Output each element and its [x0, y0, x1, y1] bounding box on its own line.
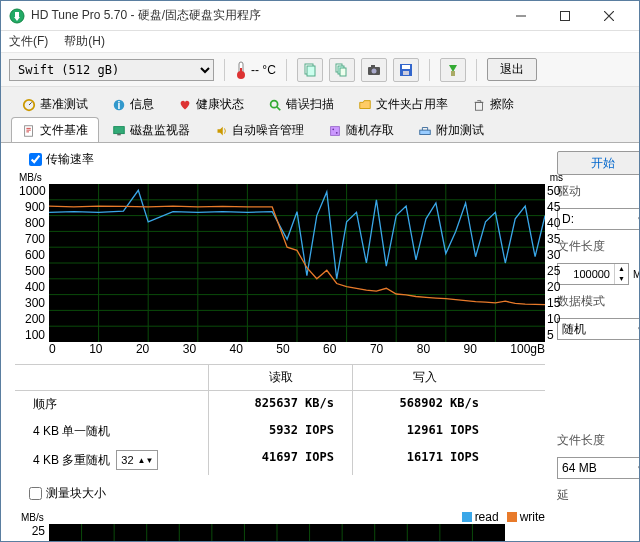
result-row: 顺序825637 KB/s568902 KB/s: [15, 391, 545, 418]
start-button[interactable]: 开始: [557, 151, 639, 175]
chart-y-left-unit: MB/s: [19, 172, 42, 183]
results-table: 读取 写入 顺序825637 KB/s568902 KB/s4 KB 单一随机5…: [15, 364, 545, 475]
extra-icon: [418, 124, 432, 138]
screenshot-button[interactable]: [361, 58, 387, 82]
spin-up-icon[interactable]: ▲: [615, 264, 628, 274]
random-icon: [328, 124, 342, 138]
datamode-label: 数据模式: [557, 293, 639, 310]
drive-combo[interactable]: D:▾: [557, 208, 639, 230]
mini-y-unit: MB/s: [21, 512, 44, 523]
tab-random[interactable]: 随机存取: [317, 117, 405, 143]
chart-y-left-ticks: 1000900800700600500400300200100: [19, 184, 45, 342]
tab-errorscan[interactable]: 错误扫描: [257, 91, 345, 117]
options-button[interactable]: [440, 58, 466, 82]
chart-y-right-ticks: 5045403530252015105: [547, 184, 565, 342]
svg-rect-29: [420, 130, 431, 134]
datamode-combo[interactable]: 随机▾: [557, 318, 639, 340]
minimize-button[interactable]: [499, 2, 543, 30]
svg-rect-1: [15, 12, 19, 17]
tab-health[interactable]: 健康状态: [167, 91, 255, 117]
chart-y-right-unit: ms: [550, 172, 563, 183]
svg-rect-2: [561, 11, 570, 20]
chart-x-ticks: 0102030405060708090100gB: [49, 342, 545, 356]
mini-legend: read write: [462, 510, 545, 524]
chevron-down-icon: ▾: [638, 214, 639, 224]
temperature-display: -- °C: [235, 60, 276, 80]
blocksize-chart: [49, 524, 505, 541]
svg-rect-5: [240, 68, 242, 75]
filelen2-combo[interactable]: 64 MB▾: [557, 457, 639, 479]
drive-label: 驱动: [557, 183, 639, 200]
toolbar: Swift (512 gB) -- °C 退出: [1, 53, 639, 87]
errorscan-icon: [268, 98, 282, 112]
filebench-icon: [22, 124, 36, 138]
svg-point-28: [336, 131, 338, 133]
maximize-button[interactable]: [543, 2, 587, 30]
mini-y-ticks: 252015: [27, 524, 45, 541]
titlebar: HD Tune Pro 5.70 - 硬盘/固态硬盘实用程序: [1, 1, 639, 31]
queue-depth-spinner[interactable]: 32 ▲▼: [116, 450, 158, 470]
tab-filebench[interactable]: 文件基准: [11, 117, 99, 143]
filelen-unit: MB: [633, 269, 639, 280]
svg-rect-24: [114, 126, 125, 133]
svg-rect-17: [451, 71, 455, 76]
transfer-rate-checkbox[interactable]: [29, 153, 42, 166]
svg-rect-16: [403, 71, 409, 75]
menu-help[interactable]: 帮助(H): [64, 33, 105, 50]
transfer-chart: [49, 184, 545, 342]
copy-all-button[interactable]: [329, 58, 355, 82]
exit-button[interactable]: 退出: [487, 58, 537, 81]
svg-rect-22: [476, 102, 483, 110]
menu-file[interactable]: 文件(F): [9, 33, 48, 50]
filelen2-label: 文件长度: [557, 432, 639, 449]
svg-rect-7: [307, 66, 315, 76]
col-write: 写入: [353, 365, 497, 390]
svg-point-12: [371, 68, 376, 73]
blocksize-checkbox[interactable]: [29, 487, 42, 500]
tab-info[interactable]: i信息: [101, 91, 165, 117]
filelen-label: 文件长度: [557, 238, 639, 255]
chevron-down-icon: ▾: [638, 324, 639, 334]
monitor-icon: [112, 124, 126, 138]
copy-button[interactable]: [297, 58, 323, 82]
svg-rect-23: [25, 125, 33, 136]
tab-folder[interactable]: 文件夹占用率: [347, 91, 459, 117]
health-icon: [178, 98, 192, 112]
tab-monitor[interactable]: 磁盘监视器: [101, 117, 201, 143]
aam-icon: [214, 124, 228, 138]
folder-icon: [358, 98, 372, 112]
blocksize-label: 测量块大小: [46, 485, 106, 502]
svg-rect-10: [340, 68, 346, 76]
result-row: 4 KB 多重随机32 ▲▼41697 IOPS16171 IOPS: [15, 445, 545, 475]
window-title: HD Tune Pro 5.70 - 硬盘/固态硬盘实用程序: [31, 7, 499, 24]
tab-benchmark[interactable]: 基准测试: [11, 91, 99, 117]
tab-strip: 基准测试i信息健康状态错误扫描文件夹占用率擦除 文件基准磁盘监视器自动噪音管理随…: [1, 87, 639, 143]
erase-icon: [472, 98, 486, 112]
spin-down-icon[interactable]: ▼: [615, 274, 628, 284]
svg-rect-13: [371, 65, 375, 68]
chevron-down-icon: ▾: [638, 463, 639, 473]
thermometer-icon: [235, 60, 247, 80]
svg-rect-15: [402, 65, 410, 69]
tab-erase[interactable]: 擦除: [461, 91, 525, 117]
result-row: 4 KB 单一随机5932 IOPS12961 IOPS: [15, 418, 545, 445]
svg-point-27: [332, 128, 334, 130]
svg-rect-25: [117, 133, 121, 135]
svg-point-21: [271, 100, 278, 107]
tab-aam[interactable]: 自动噪音管理: [203, 117, 315, 143]
menubar: 文件(F) 帮助(H): [1, 31, 639, 53]
col-read: 读取: [209, 365, 353, 390]
transfer-rate-label: 传输速率: [46, 151, 94, 168]
save-button[interactable]: [393, 58, 419, 82]
svg-rect-26: [331, 126, 340, 135]
close-button[interactable]: [587, 2, 631, 30]
info-icon: i: [112, 98, 126, 112]
app-icon: [9, 8, 25, 24]
benchmark-icon: [22, 98, 36, 112]
tab-extra[interactable]: 附加测试: [407, 117, 495, 143]
drive-select[interactable]: Swift (512 gB): [9, 59, 214, 81]
delay-label: 延: [557, 487, 639, 504]
svg-text:i: i: [118, 98, 121, 110]
filelen-input[interactable]: ▲▼: [557, 263, 629, 285]
